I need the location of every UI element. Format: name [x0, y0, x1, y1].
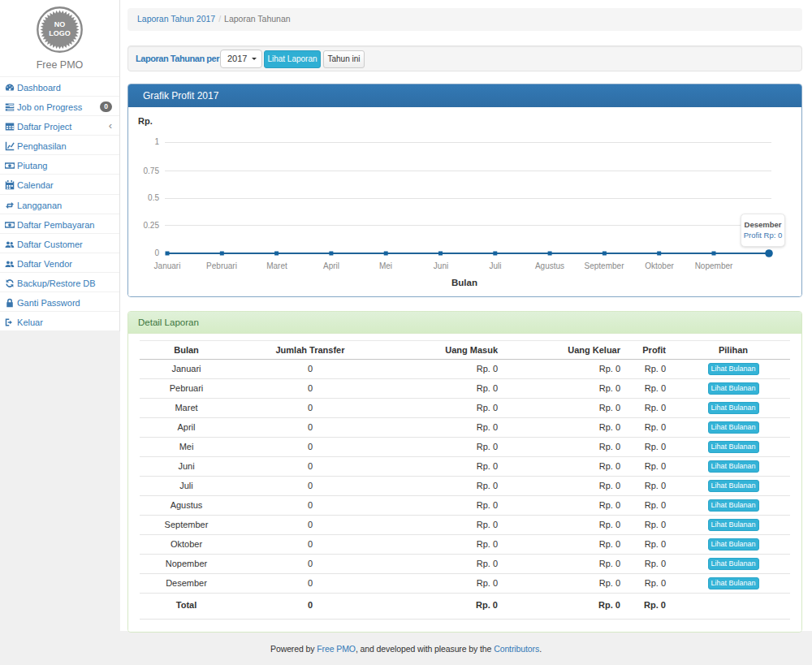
svg-text:LOGO: LOGO — [49, 29, 71, 37]
svg-text:NO: NO — [54, 20, 66, 28]
